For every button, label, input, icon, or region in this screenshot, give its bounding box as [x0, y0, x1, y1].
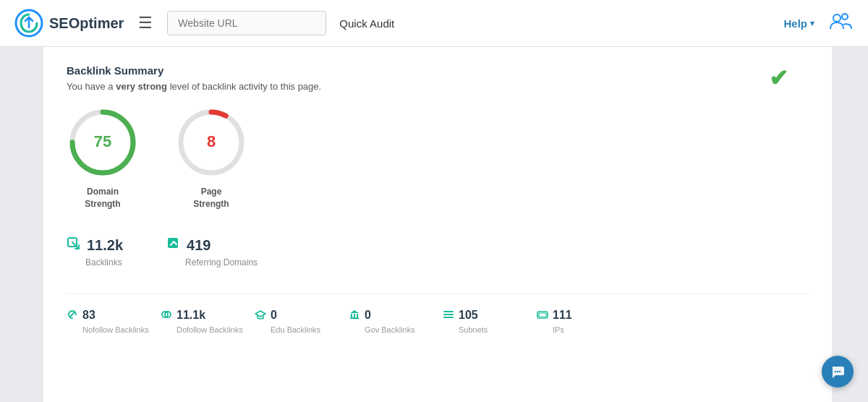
svg-rect-14 [350, 317, 359, 319]
ips-icon [537, 309, 548, 322]
logo-icon [14, 9, 43, 38]
subtitle-suffix: level of backlink activity to this page. [167, 81, 321, 92]
help-button[interactable]: Help ▾ [783, 17, 814, 30]
svg-point-25 [837, 371, 838, 372]
backlinks-stat-top: 11.2k [67, 236, 123, 255]
gov-backlinks-stat: 0 Gov Backlinks [349, 309, 443, 334]
dofollow-backlinks-value: 11.1k [176, 309, 205, 322]
left-sidebar [0, 47, 43, 402]
success-checkmark: ✔ [769, 64, 788, 92]
svg-rect-15 [351, 314, 352, 317]
svg-rect-21 [443, 317, 454, 318]
header-right: Help ▾ [783, 9, 854, 38]
page-strength-item: 8 PageStrength [175, 106, 247, 210]
referring-domains-stat-top: 419 [166, 236, 210, 255]
svg-rect-20 [443, 314, 454, 315]
ips-value: 111 [553, 309, 572, 322]
dofollow-backlinks-label: Dofollow Backlinks [176, 325, 243, 334]
svg-text:75: 75 [94, 132, 111, 150]
dofollow-icon [161, 309, 172, 322]
svg-point-1 [833, 14, 841, 22]
backlinks-stat: 11.2k Backlinks [67, 236, 123, 268]
referring-domains-label: Referring Domains [185, 257, 258, 268]
gov-backlinks-label: Gov Backlinks [365, 325, 415, 334]
page-strength-label: PageStrength [193, 186, 229, 210]
subtitle-strong: very strong [116, 81, 167, 92]
dofollow-backlinks-top: 11.1k [161, 309, 205, 322]
nofollow-backlinks-stat: 83 Nofollow Backlinks [67, 309, 161, 334]
domain-strength-circle: 75 [67, 106, 139, 179]
chat-button[interactable] [822, 356, 854, 388]
hamburger-button[interactable]: ☰ [138, 14, 153, 33]
quick-audit-button[interactable]: Quick Audit [339, 17, 394, 30]
chevron-down-icon: ▾ [810, 19, 814, 28]
svg-point-24 [835, 371, 836, 372]
gov-icon [349, 309, 360, 322]
referring-domains-icon [166, 236, 181, 255]
logo-area: SEOptimer [14, 9, 124, 38]
nofollow-backlinks-label: Nofollow Backlinks [82, 325, 149, 334]
domain-strength-label: DomainStrength [85, 186, 120, 210]
edu-backlinks-top: 0 [255, 309, 277, 322]
url-input[interactable] [167, 11, 326, 35]
subnets-value: 105 [459, 309, 478, 322]
header: SEOptimer ☰ Quick Audit Help ▾ [0, 0, 868, 47]
subnets-label: Subnets [459, 325, 488, 334]
subnets-icon [443, 309, 454, 322]
edu-backlinks-stat: 0 Edu Backlinks [255, 309, 349, 334]
main-layout: ✔ Backlink Summary You have a very stron… [0, 47, 868, 402]
section-subtitle: You have a very strong level of backlink… [67, 81, 809, 92]
svg-marker-18 [350, 310, 359, 313]
help-label: Help [783, 17, 807, 30]
edu-backlinks-label: Edu Backlinks [271, 325, 320, 334]
content-area: ✔ Backlink Summary You have a very stron… [43, 47, 832, 402]
dofollow-backlinks-stat: 11.1k Dofollow Backlinks [161, 309, 255, 334]
ips-label: IPs [553, 325, 564, 334]
nofollow-backlinks-value: 83 [82, 309, 95, 322]
svg-text:8: 8 [207, 132, 216, 150]
logo-text: SEOptimer [49, 15, 124, 32]
nofollow-icon [67, 309, 78, 322]
svg-rect-19 [443, 311, 454, 312]
subnets-top: 105 [443, 309, 478, 322]
chat-icon [830, 364, 846, 380]
nofollow-backlinks-top: 83 [67, 309, 95, 322]
right-sidebar [832, 47, 868, 402]
section-title: Backlink Summary [67, 64, 809, 77]
referring-domains-stat: 419 Referring Domains [166, 236, 258, 268]
subnets-stat: 105 Subnets [443, 309, 537, 334]
svg-rect-17 [357, 314, 358, 317]
page-strength-circle: 8 [175, 106, 247, 179]
subtitle-prefix: You have a [67, 81, 116, 92]
svg-line-11 [70, 312, 75, 317]
gov-backlinks-top: 0 [349, 309, 371, 322]
svg-rect-23 [539, 313, 546, 317]
user-avatar-button[interactable] [827, 9, 854, 38]
bottom-stats-row: 83 Nofollow Backlinks 11.1k Dofollow Bac… [67, 294, 809, 334]
domain-strength-item: 75 DomainStrength [67, 106, 139, 210]
users-icon [827, 9, 854, 35]
svg-point-26 [839, 371, 841, 372]
svg-point-2 [842, 14, 848, 20]
circles-row: 75 DomainStrength 8 PageStrength [67, 106, 809, 210]
backlinks-label: Backlinks [85, 257, 122, 268]
ips-top: 111 [537, 309, 572, 322]
edu-backlinks-value: 0 [271, 309, 277, 322]
svg-rect-16 [354, 314, 355, 317]
backlinks-value: 11.2k [87, 237, 123, 254]
referring-domains-value: 419 [187, 237, 210, 254]
edu-icon [255, 309, 266, 322]
backlinks-icon [67, 236, 81, 255]
gov-backlinks-value: 0 [365, 309, 371, 322]
stats-row: 11.2k Backlinks 419 Referring Domains [67, 236, 809, 268]
ips-stat: 111 IPs [537, 309, 631, 334]
